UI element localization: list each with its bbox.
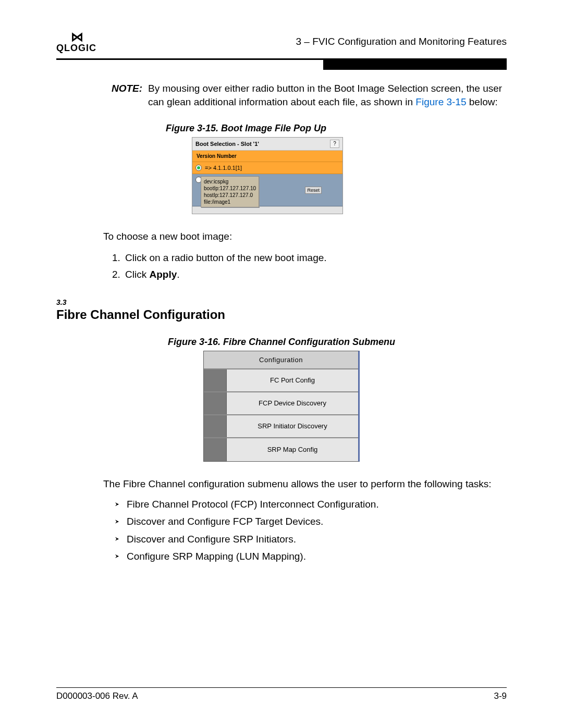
- task-srp-initiators: Discover and Configure SRP Initiators.: [115, 530, 507, 548]
- tooltip-line-dev: dev:icspkg: [204, 178, 256, 185]
- note-block: NOTE: By mousing over either radio butto…: [112, 82, 507, 108]
- submenu-item-srp-initiator-discovery[interactable]: SRP Initiator Discovery: [204, 415, 358, 438]
- submenu-item-fcp-device-discovery[interactable]: FCP Device Discovery: [204, 392, 358, 415]
- submenu-header: Configuration: [204, 351, 358, 369]
- step-2-a: Click: [125, 269, 149, 280]
- tasks-list: Fibre Channel Protocol (FCP) Interconnec…: [115, 496, 507, 565]
- submenu-label: SRP Initiator Discovery: [227, 415, 358, 437]
- qlogic-logo: ⋈ QLOGIC: [56, 31, 96, 53]
- submenu-item-srp-map-config[interactable]: SRP Map Config: [204, 438, 358, 461]
- logo-text: QLOGIC: [56, 43, 96, 53]
- step-2: Click Apply.: [123, 266, 507, 283]
- task-fcp-targets: Discover and Configure FCP Target Device…: [115, 513, 507, 530]
- logo-icon: ⋈: [56, 31, 96, 43]
- help-icon[interactable]: ?: [330, 140, 339, 148]
- radio-icon[interactable]: [195, 165, 202, 171]
- tooltip-line-bootip: bootIp:127.127.127.10: [204, 185, 256, 192]
- submenu-item-fc-port-config[interactable]: FC Port Config: [204, 369, 358, 392]
- step-2-apply: Apply: [149, 269, 177, 280]
- tooltip-line-hostip: hostIp:127.127.127.0: [204, 192, 256, 199]
- note-text-b: below:: [467, 96, 498, 107]
- popup-footer: [192, 206, 342, 214]
- submenu-label: SRP Map Config: [227, 438, 358, 461]
- submenu-label: FCP Device Discovery: [227, 392, 358, 414]
- chapter-title: 3 – FVIC Configuration and Monitoring Fe…: [296, 36, 507, 47]
- boot-tooltip: dev:icspkg bootIp:127.127.127.10 hostIp:…: [201, 176, 259, 207]
- page-footer: D000003-006 Rev. A 3-9: [56, 687, 507, 701]
- note-label: NOTE:: [112, 82, 148, 108]
- tooltip-line-file: file:/image1: [204, 199, 256, 205]
- reset-button[interactable]: Reset: [305, 187, 322, 194]
- doc-id: D000003-006 Rev. A: [56, 691, 138, 701]
- step-2-c: .: [177, 269, 179, 280]
- figure-link-3-15[interactable]: Figure 3-15: [415, 96, 466, 107]
- note-body: By mousing over either radio button in t…: [148, 82, 507, 108]
- boot-selected-label: => 4.1.1.0.1[1]: [205, 165, 242, 171]
- section-heading: Fibre Channel Configuration: [56, 307, 507, 322]
- figure-3-15-mock: Boot Selection - Slot '1' ? Version Numb…: [192, 137, 343, 214]
- page-number: 3-9: [494, 691, 507, 701]
- submenu-stub: [204, 369, 227, 391]
- submenu-stub: [204, 438, 227, 461]
- popup-title: Boot Selection - Slot '1': [195, 141, 259, 147]
- choose-paragraph: To choose a new boot image:: [103, 230, 507, 243]
- task-fcp-interconnect: Fibre Channel Protocol (FCP) Interconnec…: [115, 496, 507, 513]
- header-black-bar: [323, 58, 507, 70]
- page-header: ⋈ QLOGIC 3 – FVIC Configuration and Moni…: [56, 26, 507, 57]
- section-number: 3.3: [56, 298, 507, 306]
- figure-3-15-caption: Figure 3-15. Boot Image File Pop Up: [166, 123, 507, 134]
- boot-option-other-row[interactable]: dev:icspkg bootIp:127.127.127.10 hostIp:…: [192, 174, 342, 206]
- submenu-label: FC Port Config: [227, 369, 358, 391]
- footer-divider: [56, 687, 507, 688]
- submenu-paragraph: The Fibre Channel configuration submenu …: [103, 477, 507, 491]
- submenu-stub: [204, 392, 227, 414]
- steps-list: Click on a radio button of the new boot …: [123, 250, 507, 283]
- submenu-stub: [204, 415, 227, 437]
- boot-option-selected-row[interactable]: => 4.1.1.0.1[1]: [192, 162, 342, 174]
- popup-titlebar: Boot Selection - Slot '1' ?: [192, 138, 342, 151]
- task-srp-mapping: Configure SRP Mapping (LUN Mapping).: [115, 548, 507, 565]
- figure-3-16-caption: Figure 3-16. Fibre Channel Configuration…: [56, 337, 507, 348]
- version-header: Version Number: [192, 151, 342, 162]
- step-1: Click on a radio button of the new boot …: [123, 250, 507, 266]
- figure-3-16-mock: Configuration FC Port Config FCP Device …: [203, 351, 360, 462]
